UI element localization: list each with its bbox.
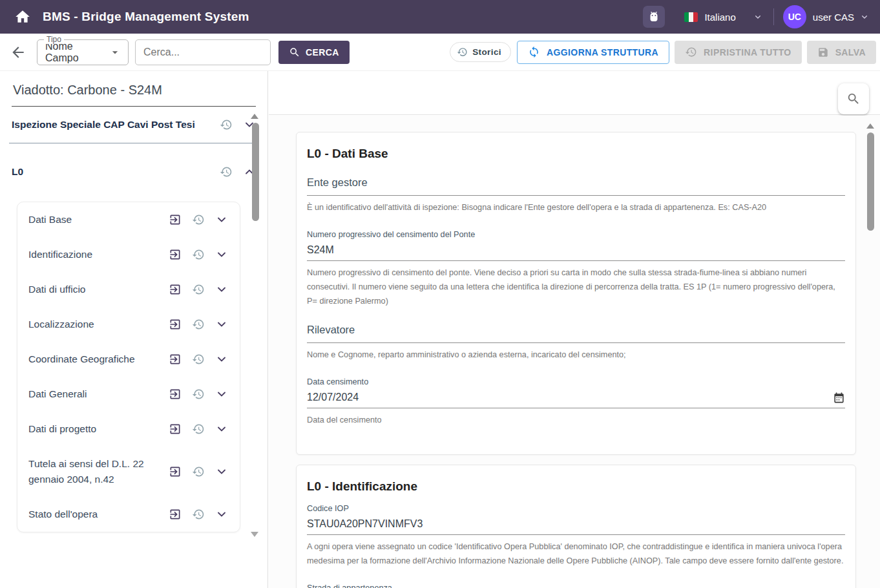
- history-icon: [457, 47, 468, 58]
- open-section-icon[interactable]: [169, 423, 182, 436]
- search-fab-button[interactable]: [838, 83, 869, 114]
- chevron-down-icon[interactable]: [215, 353, 228, 366]
- sidebar-title: Viadotto: Carbone - S24M: [12, 81, 256, 107]
- tipo-select[interactable]: Tipo Nome Campo: [37, 39, 129, 65]
- field-underline: [307, 342, 845, 343]
- main-scrollbar-thumb[interactable]: [867, 132, 874, 231]
- open-section-icon[interactable]: [169, 388, 182, 401]
- sidebar-subitem-label: Dati Generali: [28, 386, 169, 402]
- form-card: L0 - Identificazione Codice IOP STAU0A20…: [296, 465, 856, 588]
- field-label: Rilevatore: [307, 324, 845, 336]
- back-arrow-icon[interactable]: [10, 44, 26, 61]
- language-selector[interactable]: Italiano: [684, 12, 762, 23]
- calendar-icon[interactable]: [833, 392, 845, 404]
- form-field: Rilevatore Nome e Cognome, reparto ammin…: [307, 324, 845, 362]
- app-title: BMS - Bridge Management System: [43, 10, 249, 24]
- storici-button-label: Storici: [472, 47, 501, 57]
- scrollbar-up-arrow[interactable]: [866, 123, 874, 129]
- salva-button[interactable]: SALVA: [807, 41, 876, 64]
- open-section-icon[interactable]: [169, 508, 182, 521]
- field-value: STAU0A20PN7VINMFV3: [307, 518, 423, 530]
- sidebar-subitem[interactable]: Dati Base: [17, 202, 240, 237]
- search-box: [135, 39, 271, 65]
- history-icon[interactable]: [192, 353, 205, 366]
- sidebar-subitem[interactable]: Localizzazione: [17, 307, 240, 342]
- open-section-icon[interactable]: [169, 465, 182, 478]
- field-underline: [307, 195, 845, 196]
- sidebar-subitem-label: Dati Base: [28, 212, 169, 227]
- home-icon[interactable]: [14, 8, 31, 25]
- dropdown-arrow-icon: [109, 46, 121, 59]
- history-icon[interactable]: [192, 465, 205, 478]
- search-icon: [289, 47, 300, 58]
- scrollbar-up-arrow[interactable]: [251, 114, 258, 119]
- chevron-down-icon[interactable]: [215, 283, 228, 296]
- field-helper: Numero progressivo di censimento del pon…: [307, 266, 845, 308]
- field-label: Codice IOP: [307, 504, 845, 513]
- chevron-down-icon[interactable]: [215, 465, 228, 478]
- field-underline: [307, 260, 845, 261]
- open-section-icon[interactable]: [169, 283, 182, 296]
- main-top-bar: [269, 71, 880, 115]
- chevron-down-icon[interactable]: [215, 388, 228, 401]
- card-title: L0 - Identificazione: [307, 479, 845, 494]
- history-icon[interactable]: [192, 508, 205, 521]
- cerca-button[interactable]: CERCA: [278, 41, 350, 64]
- history-icon[interactable]: [192, 213, 205, 226]
- search-icon: [846, 92, 861, 106]
- history-icon[interactable]: [192, 248, 205, 261]
- sidebar-subitem[interactable]: Dati di progetto: [17, 412, 240, 446]
- history-icon[interactable]: [192, 388, 205, 401]
- avatar[interactable]: UC: [783, 5, 806, 28]
- open-section-icon[interactable]: [169, 248, 182, 261]
- field-label: Strada di appartenenza: [307, 583, 845, 588]
- sidebar-section-ispezione[interactable]: Ispezione Speciale CAP Cavi Post Tesi: [0, 107, 267, 143]
- refresh-icon: [528, 46, 540, 58]
- sidebar-subitem[interactable]: Tutela ai sensi del D.L. 22 gennaio 2004…: [17, 446, 240, 497]
- storici-button[interactable]: Storici: [450, 42, 511, 62]
- field-underline: [307, 534, 845, 535]
- open-section-icon[interactable]: [169, 213, 182, 226]
- sidebar-subitem[interactable]: Coordinate Geografiche: [17, 342, 240, 377]
- chevron-down-icon[interactable]: [215, 248, 228, 261]
- history-icon[interactable]: [220, 118, 233, 131]
- field-value: S24M: [307, 244, 334, 256]
- history-icon[interactable]: [192, 318, 205, 331]
- open-section-icon[interactable]: [169, 318, 182, 331]
- field-input[interactable]: 12/07/2024: [307, 390, 845, 404]
- sidebar-subitem[interactable]: Dati Generali: [17, 377, 240, 412]
- field-helper: Nome e Cognome, reparto amministrativo o…: [307, 348, 845, 362]
- form-field: Numero progressivo del censimento del Po…: [307, 230, 845, 308]
- history-icon[interactable]: [192, 283, 205, 296]
- chevron-down-icon[interactable]: [215, 423, 228, 436]
- sidebar-subitem[interactable]: Stato dell'opera: [17, 497, 240, 532]
- robot-icon[interactable]: [643, 6, 665, 28]
- form-card: L0 - Dati Base Ente gestore È un identif…: [296, 132, 856, 455]
- sidebar-section-l0[interactable]: L0: [0, 154, 267, 190]
- field-input[interactable]: STAU0A20PN7VINMFV3: [307, 517, 845, 531]
- chevron-down-icon: [753, 12, 763, 22]
- chevron-down-icon[interactable]: [859, 12, 870, 22]
- l0-items: Dati Base Identificazione: [17, 202, 240, 532]
- sidebar-scrollbar-thumb[interactable]: [252, 123, 259, 221]
- chevron-down-icon[interactable]: [215, 213, 228, 226]
- history-icon[interactable]: [192, 423, 205, 436]
- sidebar-subitem-label: Dati di ufficio: [28, 282, 169, 297]
- tipo-select-value: Nome Campo: [45, 41, 109, 64]
- search-input[interactable]: [143, 47, 262, 58]
- form-field: Data censimento 12/07/2024 Data del cens…: [307, 377, 845, 427]
- open-section-icon[interactable]: [169, 353, 182, 366]
- card-title: L0 - Dati Base: [307, 147, 845, 161]
- chevron-down-icon[interactable]: [215, 318, 228, 331]
- chevron-down-icon[interactable]: [215, 508, 228, 521]
- sidebar-subitem[interactable]: Identificazione: [17, 237, 240, 272]
- ripristina-tutto-button[interactable]: RIPRISTINA TUTTO: [675, 41, 802, 64]
- section-divider: [9, 143, 258, 143]
- history-icon[interactable]: [220, 165, 233, 178]
- salva-label: SALVA: [835, 47, 866, 58]
- field-input[interactable]: S24M: [307, 243, 845, 257]
- aggiorna-struttura-button[interactable]: AGGIORNA STRUTTURA: [517, 41, 669, 64]
- sidebar-subitem[interactable]: Dati di ufficio: [17, 272, 240, 307]
- sidebar-section-label: Ispezione Speciale CAP Cavi Post Tesi: [12, 119, 195, 131]
- scrollbar-down-arrow[interactable]: [251, 532, 258, 537]
